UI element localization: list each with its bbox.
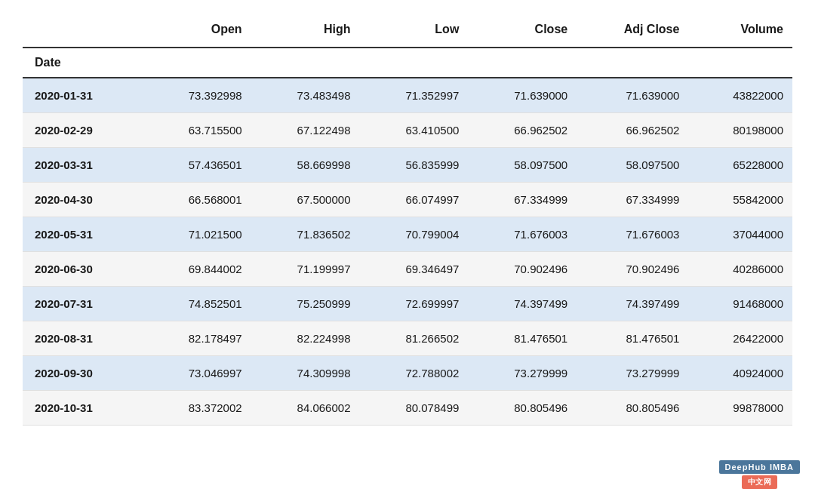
cell-low: 69.346497 xyxy=(359,252,468,287)
cell-adj_close: 73.279999 xyxy=(577,356,688,391)
cell-low: 72.699997 xyxy=(359,287,468,321)
cell-date: 2020-03-31 xyxy=(23,148,143,183)
cell-high: 71.199997 xyxy=(251,252,360,287)
cell-adj_close: 74.397499 xyxy=(577,287,688,321)
col-header-open: Open xyxy=(143,15,251,48)
cell-adj_close: 67.334999 xyxy=(577,183,688,217)
cell-open: 82.178497 xyxy=(143,321,251,356)
cell-close: 71.639000 xyxy=(468,78,577,113)
cell-low: 71.352997 xyxy=(359,78,468,113)
watermark: DeepHub IMBA 中文网 xyxy=(719,460,800,489)
table-body: 2020-01-3173.39299873.48349871.35299771.… xyxy=(23,78,792,426)
col-header-low: Low xyxy=(359,15,468,48)
cell-volume: 43822000 xyxy=(688,78,792,113)
cell-high: 71.836502 xyxy=(251,217,360,252)
table-row: 2020-01-3173.39299873.48349871.35299771.… xyxy=(23,78,792,113)
watermark-top: DeepHub IMBA xyxy=(719,460,800,474)
cell-open: 66.568001 xyxy=(143,183,251,217)
cell-volume: 26422000 xyxy=(688,321,792,356)
cell-high: 75.250999 xyxy=(251,287,360,321)
cell-adj_close: 71.676003 xyxy=(577,217,688,252)
cell-low: 81.266502 xyxy=(359,321,468,356)
table-row: 2020-05-3171.02150071.83650270.79900471.… xyxy=(23,217,792,252)
cell-date: 2020-02-29 xyxy=(23,113,143,148)
table-row: 2020-10-3183.37200284.06600280.07849980.… xyxy=(23,391,792,426)
cell-volume: 40286000 xyxy=(688,252,792,287)
col-header-high: High xyxy=(251,15,360,48)
cell-adj_close: 70.902496 xyxy=(577,252,688,287)
table-row: 2020-04-3066.56800167.50000066.07499767.… xyxy=(23,183,792,217)
cell-volume: 99878000 xyxy=(688,391,792,426)
cell-open: 83.372002 xyxy=(143,391,251,426)
cell-close: 81.476501 xyxy=(468,321,577,356)
table-row: 2020-02-2963.71550067.12249863.41050066.… xyxy=(23,113,792,148)
cell-adj_close: 80.805496 xyxy=(577,391,688,426)
cell-open: 69.844002 xyxy=(143,252,251,287)
cell-high: 74.309998 xyxy=(251,356,360,391)
cell-close: 58.097500 xyxy=(468,148,577,183)
cell-low: 70.799004 xyxy=(359,217,468,252)
col-header-adj-close: Adj Close xyxy=(577,15,688,48)
col-header-close: Close xyxy=(468,15,577,48)
cell-low: 66.074997 xyxy=(359,183,468,217)
cell-date: 2020-01-31 xyxy=(23,78,143,113)
table-row: 2020-08-3182.17849782.22499881.26650281.… xyxy=(23,321,792,356)
cell-low: 63.410500 xyxy=(359,113,468,148)
cell-adj_close: 81.476501 xyxy=(577,321,688,356)
cell-close: 73.279999 xyxy=(468,356,577,391)
cell-close: 67.334999 xyxy=(468,183,577,217)
date-label: Date xyxy=(23,48,792,78)
cell-volume: 91468000 xyxy=(688,287,792,321)
data-table: Open High Low Close Adj Close Volume Dat… xyxy=(23,15,792,426)
table-row: 2020-03-3157.43650158.66999856.83599958.… xyxy=(23,148,792,183)
cell-date: 2020-10-31 xyxy=(23,391,143,426)
cell-open: 57.436501 xyxy=(143,148,251,183)
cell-close: 80.805496 xyxy=(468,391,577,426)
cell-open: 73.046997 xyxy=(143,356,251,391)
header-row: Open High Low Close Adj Close Volume xyxy=(23,15,792,48)
cell-adj_close: 58.097500 xyxy=(577,148,688,183)
cell-low: 56.835999 xyxy=(359,148,468,183)
cell-high: 73.483498 xyxy=(251,78,360,113)
table-row: 2020-09-3073.04699774.30999872.78800273.… xyxy=(23,356,792,391)
cell-low: 80.078499 xyxy=(359,391,468,426)
cell-open: 74.852501 xyxy=(143,287,251,321)
cell-open: 73.392998 xyxy=(143,78,251,113)
cell-date: 2020-07-31 xyxy=(23,287,143,321)
cell-date: 2020-09-30 xyxy=(23,356,143,391)
col-header-date xyxy=(23,15,143,48)
cell-close: 66.962502 xyxy=(468,113,577,148)
cell-high: 67.122498 xyxy=(251,113,360,148)
cell-open: 63.715500 xyxy=(143,113,251,148)
cell-close: 74.397499 xyxy=(468,287,577,321)
cell-volume: 37044000 xyxy=(688,217,792,252)
cell-high: 82.224998 xyxy=(251,321,360,356)
table-row: 2020-06-3069.84400271.19999769.34649770.… xyxy=(23,252,792,287)
cell-date: 2020-06-30 xyxy=(23,252,143,287)
cell-date: 2020-08-31 xyxy=(23,321,143,356)
table-container: Open High Low Close Adj Close Volume Dat… xyxy=(0,0,815,441)
cell-high: 58.669998 xyxy=(251,148,360,183)
cell-close: 71.676003 xyxy=(468,217,577,252)
watermark-bottom: 中文网 xyxy=(742,475,778,489)
cell-volume: 80198000 xyxy=(688,113,792,148)
cell-volume: 55842000 xyxy=(688,183,792,217)
cell-open: 71.021500 xyxy=(143,217,251,252)
cell-adj_close: 66.962502 xyxy=(577,113,688,148)
cell-volume: 65228000 xyxy=(688,148,792,183)
col-header-volume: Volume xyxy=(688,15,792,48)
cell-high: 84.066002 xyxy=(251,391,360,426)
cell-high: 67.500000 xyxy=(251,183,360,217)
table-row: 2020-07-3174.85250175.25099972.69999774.… xyxy=(23,287,792,321)
cell-date: 2020-05-31 xyxy=(23,217,143,252)
date-label-row: Date xyxy=(23,48,792,78)
cell-low: 72.788002 xyxy=(359,356,468,391)
cell-adj_close: 71.639000 xyxy=(577,78,688,113)
cell-volume: 40924000 xyxy=(688,356,792,391)
cell-close: 70.902496 xyxy=(468,252,577,287)
cell-date: 2020-04-30 xyxy=(23,183,143,217)
